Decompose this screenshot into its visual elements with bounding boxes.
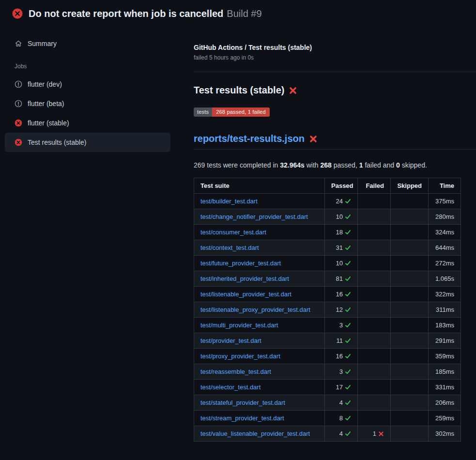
cell-test-suite: test/proxy_provider_test.dart [194, 349, 325, 364]
job-label: flutter (stable) [28, 119, 69, 127]
cell-time: 1.065s [429, 271, 461, 287]
passed-number: 31 [336, 244, 343, 251]
passed-number: 16 [336, 291, 343, 298]
cell-skipped [391, 209, 429, 225]
cell-failed [358, 256, 391, 271]
job-label: flutter (dev) [28, 80, 62, 88]
cell-test-suite: test/consumer_test.dart [194, 225, 325, 240]
summary-text: with [305, 161, 321, 169]
passed-count: 16 [336, 353, 351, 360]
cell-time: 324ms [429, 225, 461, 240]
run-title-text: Do not create report when job is cancell… [29, 8, 223, 19]
cell-time: 272ms [429, 256, 461, 271]
passed-count: 4 [339, 399, 351, 406]
test-suite-link[interactable]: test/builder_test.dart [200, 198, 258, 205]
sidebar-job-flutter-dev[interactable]: flutter (dev) [5, 75, 170, 94]
report-link[interactable]: reports/test-results.json [194, 133, 305, 144]
job-label: flutter (beta) [28, 100, 64, 107]
passed-number: 81 [336, 275, 343, 282]
breadcrumb: GitHub Actions / Test results (stable) [194, 44, 476, 51]
sidebar-job-flutter-stable[interactable]: flutter (stable) [5, 113, 170, 133]
cell-passed: 10 [325, 209, 358, 225]
check-icon [345, 415, 351, 421]
check-icon [345, 245, 351, 251]
sidebar: Summary Jobs flutter (dev)flutter (beta)… [0, 26, 194, 152]
failed-number: 1 [373, 430, 376, 437]
table-row: test/selector_test.dart17331ms [194, 380, 461, 395]
cell-passed: 16 [325, 349, 358, 364]
section-title: Test results (stable) [194, 85, 476, 96]
table-row: test/listenable_provider_test.dart16322m… [194, 287, 461, 302]
passed-count: 24 [336, 198, 351, 205]
cell-time: 280ms [429, 209, 461, 225]
check-icon [345, 214, 351, 220]
sidebar-item-summary[interactable]: Summary [5, 37, 170, 50]
cell-skipped [391, 395, 429, 411]
test-suite-link[interactable]: test/multi_provider_test.dart [200, 322, 278, 329]
cell-passed: 4 [325, 395, 358, 411]
passed-count: 11 [337, 337, 352, 344]
passed-number: 3 [339, 322, 343, 329]
cell-test-suite: test/value_listenable_provider_test.dart [194, 426, 325, 442]
passed-number: 16 [336, 353, 343, 360]
passed-number: 18 [336, 229, 343, 236]
table-row: test/proxy_provider_test.dart16359ms [194, 349, 461, 364]
check-icon [345, 260, 351, 266]
cell-skipped [391, 411, 429, 426]
test-suite-link[interactable]: test/future_provider_test.dart [200, 260, 281, 267]
passed-number: 4 [339, 399, 343, 406]
check-icon [345, 322, 351, 328]
table-row: test/change_notifier_provider_test.dart1… [194, 209, 461, 225]
cell-skipped [391, 364, 429, 380]
table-row: test/multi_provider_test.dart3183ms [194, 318, 461, 333]
test-suite-link[interactable]: test/listenable_proxy_provider_test.dart [200, 306, 310, 313]
cell-failed [358, 271, 391, 287]
cell-skipped [391, 426, 429, 442]
check-icon [345, 430, 351, 437]
passed-number: 11 [337, 337, 343, 344]
sidebar-job-flutter-beta[interactable]: flutter (beta) [5, 94, 170, 113]
test-suite-link[interactable]: test/provider_test.dart [200, 337, 261, 344]
sidebar-job-test-results-stable[interactable]: Test results (stable) [5, 133, 170, 152]
cell-passed: 10 [325, 256, 358, 271]
passed-count: 81 [336, 275, 351, 282]
cell-test-suite: test/multi_provider_test.dart [194, 318, 325, 333]
cell-test-suite: test/provider_test.dart [194, 333, 325, 349]
test-suite-link[interactable]: test/context_test.dart [200, 244, 259, 251]
test-suite-link[interactable]: test/listenable_provider_test.dart [200, 291, 292, 298]
check-icon [345, 307, 351, 313]
test-results-tbody: test/builder_test.dart24375mstest/change… [194, 194, 461, 442]
test-suite-link[interactable]: test/reassemble_test.dart [200, 368, 271, 375]
cell-skipped [391, 256, 429, 271]
test-suite-link[interactable]: test/inherited_provider_test.dart [200, 275, 289, 282]
test-suite-link[interactable]: test/stream_provider_test.dart [200, 414, 284, 422]
home-icon [15, 40, 22, 47]
col-header-test-suite: Test suite [194, 178, 325, 194]
cell-failed [358, 364, 391, 380]
cell-time: 375ms [429, 194, 461, 209]
cell-skipped [391, 271, 429, 287]
passed-number: 17 [336, 383, 343, 391]
test-suite-link[interactable]: test/change_notifier_provider_test.dart [200, 213, 308, 220]
cell-skipped [391, 302, 429, 318]
summary-stat: 268 [321, 161, 332, 169]
cell-time: 259ms [429, 411, 461, 426]
x-circle-icon [12, 8, 23, 19]
summary-stat: 32.964s [280, 161, 305, 169]
test-suite-link[interactable]: test/stateful_provider_test.dart [200, 399, 285, 406]
run-status-text: failed 5 hours ago in 0s [194, 54, 476, 61]
test-suite-link[interactable]: test/selector_test.dart [200, 383, 261, 391]
summary-sentence: 269 tests were completed in 32.964s with… [194, 161, 476, 169]
test-suite-link[interactable]: test/proxy_provider_test.dart [200, 353, 280, 360]
cell-failed: 1 [358, 426, 391, 442]
report-heading: reports/test-results.json [194, 133, 476, 150]
test-suite-link[interactable]: test/value_listenable_provider_test.dart [200, 430, 310, 437]
page-layout: Summary Jobs flutter (dev)flutter (beta)… [0, 26, 476, 442]
cell-time: 185ms [429, 364, 461, 380]
cell-time: 183ms [429, 318, 461, 333]
passed-number: 3 [339, 368, 343, 375]
test-suite-link[interactable]: test/consumer_test.dart [200, 229, 266, 236]
summary-stat: 1 [359, 161, 363, 169]
cell-passed: 18 [325, 225, 358, 240]
table-header-row: Test suite Passed Failed Skipped Time [194, 178, 461, 194]
